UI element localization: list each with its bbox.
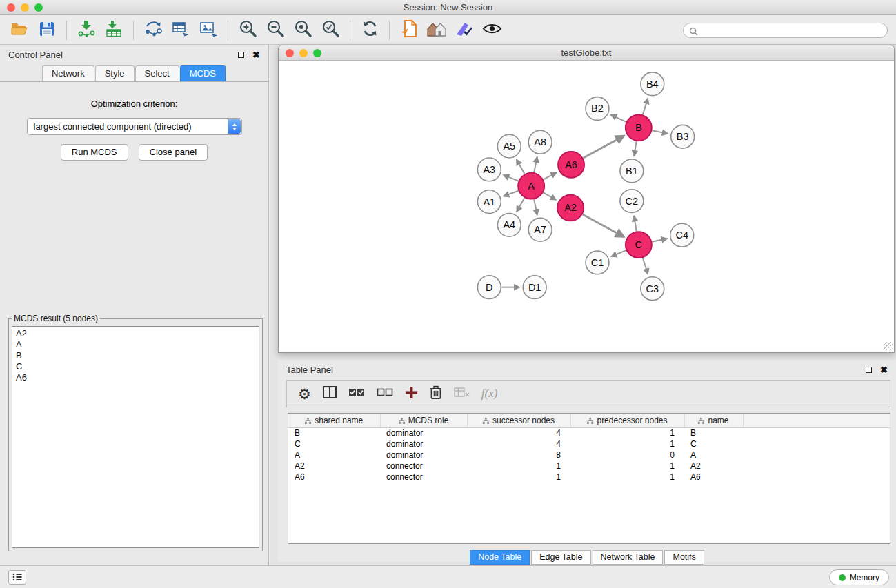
tab-edge-table[interactable]: Edge Table — [531, 550, 590, 565]
minimize-window-button[interactable] — [21, 3, 29, 12]
network-node-B[interactable]: B — [626, 114, 652, 141]
mcds-result-item[interactable]: B — [16, 350, 255, 361]
edge-C-C4[interactable] — [652, 239, 667, 242]
edge-B-B2[interactable] — [611, 115, 626, 122]
search-input[interactable] — [683, 23, 888, 38]
cell-predecessor-nodes[interactable]: 0 — [570, 449, 684, 460]
import-network-from-file-button[interactable] — [72, 19, 100, 42]
criterion-dropdown[interactable]: largest connected component (directed) — [27, 118, 242, 135]
network-node-A4[interactable]: A4 — [497, 213, 521, 236]
network-node-D[interactable]: D — [477, 276, 501, 299]
edge-C-C1[interactable] — [611, 250, 626, 256]
zoom-window-button[interactable] — [34, 3, 43, 12]
export-image-button[interactable] — [195, 19, 222, 42]
task-history-button[interactable] — [8, 570, 26, 585]
float-table-panel-icon[interactable] — [866, 367, 872, 373]
node-table-row[interactable]: Cdominator41C — [288, 438, 890, 449]
home-button[interactable] — [423, 19, 450, 42]
network-node-B2[interactable]: B2 — [586, 97, 609, 121]
cell-predecessor-nodes[interactable]: 1 — [570, 438, 684, 449]
network-node-C4[interactable]: C4 — [670, 223, 694, 247]
network-node-B1[interactable]: B1 — [620, 159, 644, 183]
cell-name[interactable]: B — [684, 427, 743, 438]
tab-node-table[interactable]: Node Table — [470, 550, 530, 565]
zoom-out-button[interactable] — [261, 19, 289, 42]
table-settings-button[interactable]: ⚙ — [298, 387, 311, 401]
cell-MCDS-role[interactable]: connector — [380, 460, 467, 472]
delete-columns-button[interactable] — [430, 385, 442, 402]
export-table-button[interactable] — [167, 19, 195, 42]
zoom-fit-button[interactable] — [289, 19, 317, 42]
refresh-button[interactable] — [356, 19, 384, 42]
network-zoom-button[interactable] — [313, 49, 321, 57]
column-header-name[interactable]: name — [684, 414, 743, 427]
network-node-A5[interactable]: A5 — [497, 134, 521, 158]
mcds-result-item[interactable]: C — [16, 361, 255, 372]
cell-MCDS-role[interactable]: dominator — [380, 427, 467, 438]
cell-name[interactable]: C — [684, 438, 743, 449]
cell-shared-name[interactable]: A — [288, 449, 380, 460]
cell-predecessor-nodes[interactable]: 1 — [570, 460, 684, 472]
delete-table-button[interactable] — [454, 387, 470, 401]
tab-style[interactable]: Style — [95, 65, 135, 81]
edge-B-B4[interactable] — [643, 99, 648, 115]
cell-MCDS-role[interactable]: dominator — [380, 449, 467, 460]
resize-grip[interactable] — [884, 342, 893, 351]
edge-A6-B[interactable] — [584, 136, 624, 158]
edge-A-A6[interactable] — [544, 172, 557, 179]
tab-network[interactable]: Network — [42, 65, 94, 81]
edge-C-C3[interactable] — [643, 258, 648, 274]
close-panel-icon[interactable]: ✖ — [252, 50, 260, 59]
edge-C-C2[interactable] — [634, 216, 636, 231]
network-node-A2[interactable]: A2 — [557, 195, 584, 221]
clone-network-button[interactable] — [139, 19, 167, 42]
column-header-predecessor-nodes[interactable]: predecessor nodes — [570, 414, 684, 427]
close-panel-button[interactable]: Close panel — [139, 144, 208, 161]
open-session-button[interactable] — [6, 19, 33, 42]
mcds-result-item[interactable]: A2 — [16, 328, 255, 339]
network-node-B4[interactable]: B4 — [641, 72, 664, 96]
network-node-A3[interactable]: A3 — [477, 158, 501, 181]
network-node-A7[interactable]: A7 — [528, 218, 552, 241]
cell-MCDS-role[interactable]: dominator — [380, 438, 467, 449]
tab-motifs[interactable]: Motifs — [664, 550, 704, 565]
run-mcds-button[interactable]: Run MCDS — [61, 144, 128, 161]
cell-shared-name[interactable]: A2 — [288, 460, 380, 472]
node-table-row[interactable]: Adominator80A — [288, 449, 890, 460]
show-columns-button[interactable] — [323, 386, 337, 401]
network-node-B3[interactable]: B3 — [671, 125, 695, 148]
mcds-result-item[interactable]: A6 — [16, 372, 255, 383]
edge-A-A2[interactable] — [544, 192, 557, 199]
network-node-C3[interactable]: C3 — [641, 277, 664, 301]
cell-name[interactable]: A6 — [684, 472, 743, 483]
cell-MCDS-role[interactable]: connector — [380, 472, 467, 483]
tab-mcds[interactable]: MCDS — [180, 65, 226, 81]
cell-successor-nodes[interactable]: 1 — [467, 472, 570, 483]
network-node-C[interactable]: C — [626, 232, 652, 258]
edge-A-A4[interactable] — [517, 198, 524, 212]
edge-A2-C[interactable] — [583, 214, 624, 237]
network-node-C1[interactable]: C1 — [586, 251, 609, 274]
column-header-shared-name[interactable]: shared name — [288, 414, 380, 427]
edge-B-B1[interactable] — [634, 141, 636, 156]
cell-successor-nodes[interactable]: 4 — [467, 427, 570, 438]
float-panel-icon[interactable] — [238, 52, 244, 58]
network-node-A1[interactable]: A1 — [477, 190, 501, 214]
node-table-row[interactable]: A6connector11A6 — [288, 472, 890, 483]
open-network-file-button[interactable] — [395, 19, 423, 42]
select-all-columns-button[interactable] — [348, 387, 365, 401]
edge-A-A8[interactable] — [534, 157, 537, 173]
close-window-button[interactable] — [7, 3, 15, 12]
network-node-A[interactable]: A — [518, 173, 544, 199]
save-session-button[interactable] — [33, 19, 61, 42]
zoom-selected-button[interactable] — [317, 19, 344, 42]
edge-A-A7[interactable] — [534, 199, 537, 215]
function-builder-button[interactable]: f(x) — [481, 387, 498, 401]
node-table-row[interactable]: Bdominator41B — [288, 427, 890, 438]
cell-successor-nodes[interactable]: 1 — [467, 460, 570, 472]
edge-A-A5[interactable] — [517, 159, 525, 174]
mcds-result-list[interactable]: A2ABCA6 — [12, 326, 259, 548]
zoom-in-button[interactable] — [234, 19, 261, 42]
column-header-MCDS-role[interactable]: MCDS role — [380, 414, 467, 427]
cell-predecessor-nodes[interactable]: 1 — [570, 472, 684, 483]
